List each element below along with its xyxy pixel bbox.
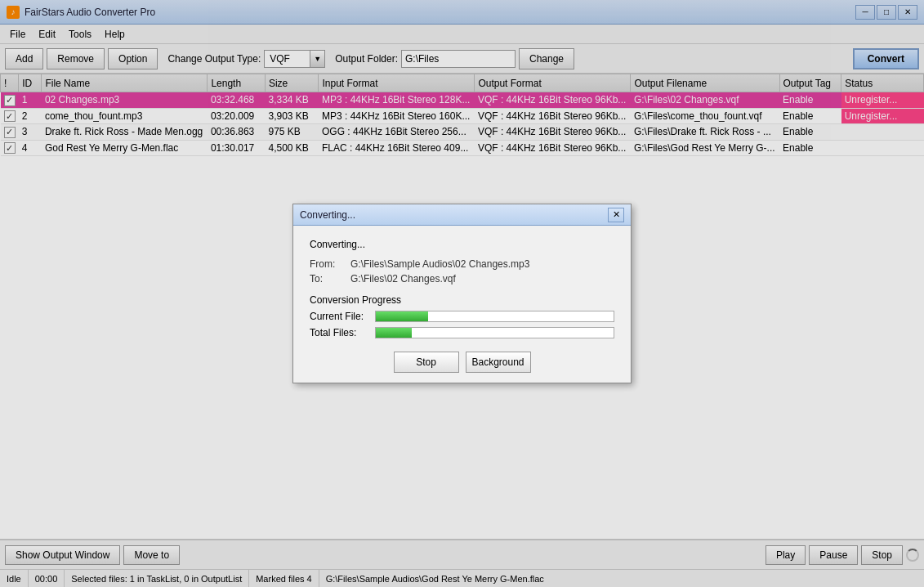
dialog-from-row: From: G:\Files\Sample Audios\02 Changes.… — [310, 258, 614, 270]
modal-overlay: Converting... ✕ Converting... From: G:\F… — [0, 0, 924, 587]
dialog-title: Converting... — [300, 209, 608, 221]
dialog-background-button[interactable]: Background — [466, 352, 531, 373]
conversion-progress-title: Conversion Progress — [310, 294, 614, 306]
total-files-progress-bar — [375, 327, 614, 338]
dialog-to-row: To: G:\Files\02 Changes.vqf — [310, 273, 614, 285]
total-files-fill — [376, 328, 412, 338]
dialog-buttons: Stop Background — [310, 352, 614, 373]
dialog-to-value: G:\Files\02 Changes.vqf — [350, 273, 614, 285]
dialog-from-value: G:\Files\Sample Audios\02 Changes.mp3 — [350, 258, 614, 270]
dialog-to-label: To: — [310, 273, 350, 285]
dialog-from-label: From: — [310, 258, 350, 270]
convert-dialog: Converting... ✕ Converting... From: G:\F… — [292, 204, 632, 383]
dialog-status-text: Converting... — [310, 239, 614, 250]
current-file-progress-bar — [375, 311, 614, 322]
current-file-label: Current File: — [310, 311, 375, 322]
dialog-body: Converting... From: G:\Files\Sample Audi… — [293, 226, 631, 383]
dialog-title-bar: Converting... ✕ — [293, 204, 631, 226]
current-file-fill — [376, 311, 428, 321]
dialog-close-button[interactable]: ✕ — [608, 208, 624, 222]
current-file-progress-row: Current File: — [310, 311, 614, 322]
total-files-label: Total Files: — [310, 327, 375, 338]
total-files-progress-row: Total Files: — [310, 327, 614, 338]
dialog-stop-button[interactable]: Stop — [394, 352, 459, 373]
